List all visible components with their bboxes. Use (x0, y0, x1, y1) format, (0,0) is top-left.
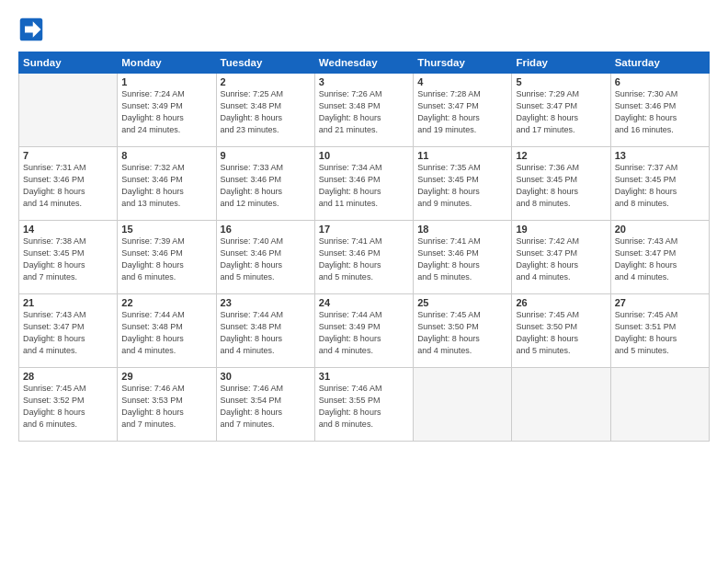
day-info: Sunrise: 7:35 AM Sunset: 3:45 PM Dayligh… (417, 162, 507, 210)
calendar-cell: 20Sunrise: 7:43 AM Sunset: 3:47 PM Dayli… (610, 221, 709, 294)
calendar-body: 1Sunrise: 7:24 AM Sunset: 3:49 PM Daylig… (19, 74, 710, 442)
day-info: Sunrise: 7:44 AM Sunset: 3:48 PM Dayligh… (121, 309, 211, 357)
calendar-cell (610, 368, 709, 442)
day-info: Sunrise: 7:33 AM Sunset: 3:46 PM Dayligh… (221, 162, 311, 210)
day-number: 16 (221, 224, 311, 235)
calendar-cell: 13Sunrise: 7:37 AM Sunset: 3:45 PM Dayli… (610, 147, 709, 221)
day-info: Sunrise: 7:39 AM Sunset: 3:46 PM Dayligh… (121, 236, 211, 283)
day-info: Sunrise: 7:32 AM Sunset: 3:46 PM Dayligh… (121, 162, 211, 210)
day-info: Sunrise: 7:43 AM Sunset: 3:47 PM Dayligh… (23, 309, 113, 357)
header (18, 17, 710, 42)
calendar-cell: 3Sunrise: 7:26 AM Sunset: 3:48 PM Daylig… (314, 74, 413, 147)
day-number: 10 (319, 150, 409, 161)
day-number: 26 (516, 297, 606, 308)
day-number: 24 (319, 297, 409, 308)
day-number: 9 (221, 150, 311, 161)
day-number: 6 (615, 76, 705, 87)
calendar-week-row: 1Sunrise: 7:24 AM Sunset: 3:49 PM Daylig… (19, 74, 710, 147)
day-number: 29 (121, 371, 211, 382)
calendar-cell: 24Sunrise: 7:44 AM Sunset: 3:49 PM Dayli… (314, 294, 413, 368)
calendar-cell: 27Sunrise: 7:45 AM Sunset: 3:51 PM Dayli… (610, 294, 709, 368)
calendar-cell: 15Sunrise: 7:39 AM Sunset: 3:46 PM Dayli… (118, 221, 216, 294)
day-number: 13 (615, 150, 705, 161)
calendar-cell: 21Sunrise: 7:43 AM Sunset: 3:47 PM Dayli… (19, 294, 118, 368)
day-number: 23 (221, 297, 311, 308)
calendar-table: SundayMondayTuesdayWednesdayThursdayFrid… (18, 52, 710, 442)
day-number: 4 (417, 76, 507, 87)
weekday-header-row: SundayMondayTuesdayWednesdayThursdayFrid… (19, 52, 710, 74)
calendar-cell: 22Sunrise: 7:44 AM Sunset: 3:48 PM Dayli… (118, 294, 216, 368)
day-info: Sunrise: 7:24 AM Sunset: 3:49 PM Dayligh… (121, 88, 211, 136)
day-number: 20 (615, 224, 705, 235)
day-number: 21 (23, 297, 113, 308)
day-number: 2 (221, 76, 311, 87)
day-number: 18 (417, 224, 507, 235)
day-info: Sunrise: 7:28 AM Sunset: 3:47 PM Dayligh… (417, 88, 507, 136)
day-info: Sunrise: 7:38 AM Sunset: 3:45 PM Dayligh… (23, 236, 113, 283)
logo-icon (18, 17, 44, 42)
day-info: Sunrise: 7:41 AM Sunset: 3:46 PM Dayligh… (319, 236, 409, 283)
day-info: Sunrise: 7:44 AM Sunset: 3:48 PM Dayligh… (221, 309, 311, 357)
day-info: Sunrise: 7:45 AM Sunset: 3:50 PM Dayligh… (516, 309, 606, 357)
day-info: Sunrise: 7:30 AM Sunset: 3:46 PM Dayligh… (615, 88, 705, 136)
calendar-week-row: 14Sunrise: 7:38 AM Sunset: 3:45 PM Dayli… (19, 221, 710, 294)
day-info: Sunrise: 7:42 AM Sunset: 3:47 PM Dayligh… (516, 236, 606, 283)
day-info: Sunrise: 7:46 AM Sunset: 3:53 PM Dayligh… (121, 383, 211, 431)
day-info: Sunrise: 7:36 AM Sunset: 3:45 PM Dayligh… (516, 162, 606, 210)
day-info: Sunrise: 7:45 AM Sunset: 3:51 PM Dayligh… (615, 309, 705, 357)
weekday-header-cell: Tuesday (216, 52, 314, 74)
calendar-cell (512, 368, 610, 442)
day-info: Sunrise: 7:31 AM Sunset: 3:46 PM Dayligh… (23, 162, 113, 210)
calendar-cell: 30Sunrise: 7:46 AM Sunset: 3:54 PM Dayli… (216, 368, 314, 442)
day-info: Sunrise: 7:26 AM Sunset: 3:48 PM Dayligh… (319, 88, 409, 136)
calendar-week-row: 28Sunrise: 7:45 AM Sunset: 3:52 PM Dayli… (19, 368, 710, 442)
calendar-cell: 16Sunrise: 7:40 AM Sunset: 3:46 PM Dayli… (216, 221, 314, 294)
calendar-week-row: 21Sunrise: 7:43 AM Sunset: 3:47 PM Dayli… (19, 294, 710, 368)
calendar-cell: 17Sunrise: 7:41 AM Sunset: 3:46 PM Dayli… (314, 221, 413, 294)
day-info: Sunrise: 7:44 AM Sunset: 3:49 PM Dayligh… (319, 309, 409, 357)
calendar-cell: 31Sunrise: 7:46 AM Sunset: 3:55 PM Dayli… (314, 368, 413, 442)
day-number: 28 (23, 371, 113, 382)
day-info: Sunrise: 7:40 AM Sunset: 3:46 PM Dayligh… (221, 236, 311, 283)
calendar-cell (19, 74, 118, 147)
day-number: 25 (417, 297, 507, 308)
calendar-cell: 19Sunrise: 7:42 AM Sunset: 3:47 PM Dayli… (512, 221, 610, 294)
day-info: Sunrise: 7:45 AM Sunset: 3:50 PM Dayligh… (417, 309, 507, 357)
weekday-header-cell: Saturday (610, 52, 709, 74)
day-number: 1 (121, 76, 211, 87)
day-number: 15 (121, 224, 211, 235)
calendar-cell: 4Sunrise: 7:28 AM Sunset: 3:47 PM Daylig… (414, 74, 512, 147)
day-info: Sunrise: 7:37 AM Sunset: 3:45 PM Dayligh… (615, 162, 705, 210)
day-info: Sunrise: 7:34 AM Sunset: 3:46 PM Dayligh… (319, 162, 409, 210)
calendar-cell: 9Sunrise: 7:33 AM Sunset: 3:46 PM Daylig… (216, 147, 314, 221)
calendar-cell: 8Sunrise: 7:32 AM Sunset: 3:46 PM Daylig… (118, 147, 216, 221)
page: SundayMondayTuesdayWednesdayThursdayFrid… (0, 0, 728, 563)
calendar-cell: 29Sunrise: 7:46 AM Sunset: 3:53 PM Dayli… (118, 368, 216, 442)
day-number: 7 (23, 150, 113, 161)
day-number: 17 (319, 224, 409, 235)
day-info: Sunrise: 7:46 AM Sunset: 3:54 PM Dayligh… (221, 383, 311, 431)
weekday-header-cell: Monday (118, 52, 216, 74)
calendar-cell: 1Sunrise: 7:24 AM Sunset: 3:49 PM Daylig… (118, 74, 216, 147)
day-info: Sunrise: 7:45 AM Sunset: 3:52 PM Dayligh… (23, 383, 113, 431)
calendar-cell: 14Sunrise: 7:38 AM Sunset: 3:45 PM Dayli… (19, 221, 118, 294)
calendar-cell: 26Sunrise: 7:45 AM Sunset: 3:50 PM Dayli… (512, 294, 610, 368)
day-info: Sunrise: 7:43 AM Sunset: 3:47 PM Dayligh… (615, 236, 705, 283)
day-number: 12 (516, 150, 606, 161)
calendar-cell: 11Sunrise: 7:35 AM Sunset: 3:45 PM Dayli… (414, 147, 512, 221)
day-info: Sunrise: 7:25 AM Sunset: 3:48 PM Dayligh… (221, 88, 311, 136)
day-number: 30 (221, 371, 311, 382)
calendar-cell: 28Sunrise: 7:45 AM Sunset: 3:52 PM Dayli… (19, 368, 118, 442)
calendar-cell (414, 368, 512, 442)
calendar-cell: 12Sunrise: 7:36 AM Sunset: 3:45 PM Dayli… (512, 147, 610, 221)
calendar-cell: 25Sunrise: 7:45 AM Sunset: 3:50 PM Dayli… (414, 294, 512, 368)
calendar-cell: 5Sunrise: 7:29 AM Sunset: 3:47 PM Daylig… (512, 74, 610, 147)
day-number: 19 (516, 224, 606, 235)
calendar-cell: 2Sunrise: 7:25 AM Sunset: 3:48 PM Daylig… (216, 74, 314, 147)
logo (18, 17, 48, 42)
weekday-header-cell: Thursday (414, 52, 512, 74)
calendar-week-row: 7Sunrise: 7:31 AM Sunset: 3:46 PM Daylig… (19, 147, 710, 221)
day-number: 22 (121, 297, 211, 308)
day-number: 5 (516, 76, 606, 87)
calendar-cell: 18Sunrise: 7:41 AM Sunset: 3:46 PM Dayli… (414, 221, 512, 294)
